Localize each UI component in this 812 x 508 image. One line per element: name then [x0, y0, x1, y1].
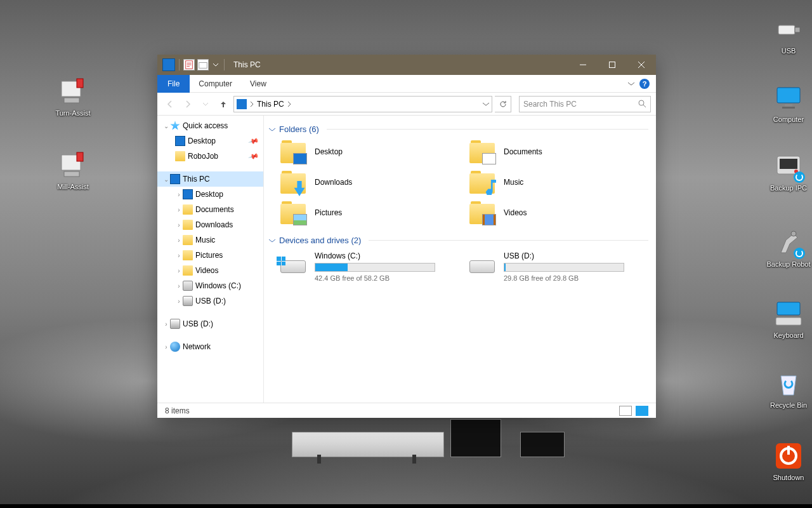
desktop-icon-recycle-bin[interactable]: Recycle Bin — [760, 368, 812, 409]
desktop-icon-label: Computer — [773, 116, 804, 123]
address-bar[interactable]: This PC — [233, 96, 492, 112]
tree-this-pc[interactable]: ⌄This PC — [157, 171, 263, 187]
desktop-icon-usb[interactable]: USB — [760, 14, 812, 55]
tree-documents[interactable]: ›Documents — [157, 202, 263, 217]
svg-point-23 — [639, 100, 644, 105]
tree-robojob[interactable]: RoboJob📌 — [157, 149, 263, 164]
tree-downloads[interactable]: ›Downloads — [157, 217, 263, 232]
qat-newfolder-icon[interactable] — [197, 59, 209, 70]
monitor-icon — [170, 174, 180, 184]
svg-rect-12 — [780, 159, 797, 169]
tree-network[interactable]: ›Network — [157, 339, 263, 354]
tree-music[interactable]: ›Music — [157, 232, 263, 248]
folder-icon — [469, 171, 495, 194]
desktop-icon-backup-ipc[interactable]: Backup IPC — [760, 151, 812, 192]
back-button[interactable] — [162, 97, 178, 112]
svg-rect-4 — [64, 171, 79, 177]
tree-desktop-pc[interactable]: ›Desktop — [157, 187, 263, 202]
folder-label: Documents — [504, 147, 542, 156]
status-item-count: 8 items — [165, 406, 190, 415]
usb-drive-icon — [183, 296, 193, 306]
desktop-icon-keyboard[interactable]: Keyboard — [760, 298, 812, 339]
refresh-button[interactable] — [495, 96, 511, 112]
drive-label: Windows (C:) — [315, 251, 464, 260]
desktop[interactable]: Turn-Assist Mill-Assist USB Computer Bac… — [0, 0, 812, 508]
folder-item[interactable]: Documents — [469, 140, 653, 163]
desktop-icon-label: USB — [782, 47, 796, 55]
desktop-icon-mill-assist[interactable]: Mill-Assist — [44, 150, 102, 190]
search-input[interactable] — [523, 100, 638, 109]
drive-item[interactable]: USB (D:)29.8 GB free of 29.8 GB — [469, 251, 653, 282]
explorer-window: This PC File Computer View ? — [157, 55, 656, 418]
tree-desktop[interactable]: Desktop📌 — [157, 133, 263, 149]
pin-icon: 📌 — [248, 150, 260, 162]
folder-item[interactable]: Videos — [469, 201, 653, 224]
close-button[interactable] — [627, 55, 656, 75]
desktop-icon-turn-assist[interactable]: Turn-Assist — [44, 76, 102, 117]
folder-icon — [469, 201, 495, 224]
pin-icon: 📌 — [248, 135, 260, 147]
folder-item[interactable]: Pictures — [280, 201, 464, 224]
forward-button[interactable] — [180, 97, 195, 112]
group-header-folders[interactable]: Folders (6) — [264, 121, 656, 137]
desktop-icon-computer[interactable]: Computer — [760, 83, 812, 123]
desktop-icon-backup-robot[interactable]: Backup Robot — [760, 227, 812, 268]
content-pane[interactable]: Folders (6) DesktopDocumentsDownloadsMus… — [264, 116, 656, 403]
breadcrumb-thispc[interactable]: This PC — [257, 100, 284, 109]
view-tiles-button[interactable] — [636, 406, 648, 416]
folder-icon — [183, 220, 193, 230]
chevron-right-icon[interactable] — [287, 102, 292, 107]
folder-item[interactable]: Music — [469, 171, 653, 194]
power-icon — [773, 441, 804, 471]
drive-icon — [469, 255, 495, 273]
folder-item[interactable]: Downloads — [280, 171, 464, 194]
tree-quick-access[interactable]: ⌄Quick access — [157, 118, 263, 133]
drive-item[interactable]: Windows (C:)42.4 GB free of 58.2 GB — [280, 251, 464, 282]
network-icon — [170, 342, 180, 352]
svg-rect-2 — [77, 79, 83, 88]
qat-dropdown[interactable] — [211, 59, 220, 70]
titlebar[interactable]: This PC — [157, 55, 656, 75]
tree-usb-d[interactable]: ›USB (D:) — [157, 293, 263, 309]
tree-pictures[interactable]: ›Pictures — [157, 248, 263, 263]
folder-label: Videos — [504, 208, 527, 217]
desktop-icon-shutdown[interactable]: Shutdown — [760, 441, 812, 481]
ribbon-expand[interactable] — [628, 81, 634, 87]
usb-drive-icon — [170, 319, 180, 329]
tree-usb-root[interactable]: ›USB (D:) — [157, 316, 263, 331]
up-button[interactable] — [216, 97, 231, 112]
drive-icon — [183, 281, 193, 291]
view-tab[interactable]: View — [241, 75, 275, 93]
desktop-icon-label: Backup Robot — [766, 260, 810, 268]
tree-videos[interactable]: ›Videos — [157, 263, 263, 278]
view-details-button[interactable] — [619, 406, 632, 416]
window-icon[interactable] — [162, 58, 175, 71]
folder-label: Music — [504, 178, 523, 187]
folder-icon — [183, 235, 193, 245]
machine-icon — [58, 76, 88, 107]
svg-rect-19 — [787, 446, 790, 455]
tree-windows-c[interactable]: ›Windows (C:) — [157, 278, 263, 293]
nav-tree[interactable]: ⌄Quick access Desktop📌 RoboJob📌 ⌄This PC… — [157, 116, 264, 403]
qat-properties-icon[interactable] — [183, 59, 195, 70]
star-icon — [170, 121, 180, 131]
maximize-button[interactable] — [598, 55, 627, 75]
file-menu[interactable]: File — [157, 75, 190, 93]
folder-icon — [175, 151, 185, 161]
machine-icon — [58, 150, 88, 180]
svg-rect-5 — [77, 152, 83, 161]
help-button[interactable]: ? — [639, 79, 650, 89]
recent-dropdown[interactable] — [198, 97, 213, 112]
computer-tab[interactable]: Computer — [190, 75, 241, 93]
address-dropdown[interactable] — [483, 101, 489, 107]
folder-item[interactable]: Desktop — [280, 140, 464, 163]
sync-badge-icon — [794, 248, 805, 259]
group-header-drives[interactable]: Devices and drives (2) — [264, 232, 656, 248]
folder-icon — [280, 201, 306, 224]
search-box[interactable] — [519, 96, 651, 112]
desktop-icon-label: Turn-Assist — [55, 109, 90, 117]
wallpaper-machine — [450, 419, 501, 457]
desktop-icon-label: Keyboard — [773, 331, 803, 339]
folder-icon — [469, 140, 495, 163]
minimize-button[interactable] — [568, 55, 598, 75]
